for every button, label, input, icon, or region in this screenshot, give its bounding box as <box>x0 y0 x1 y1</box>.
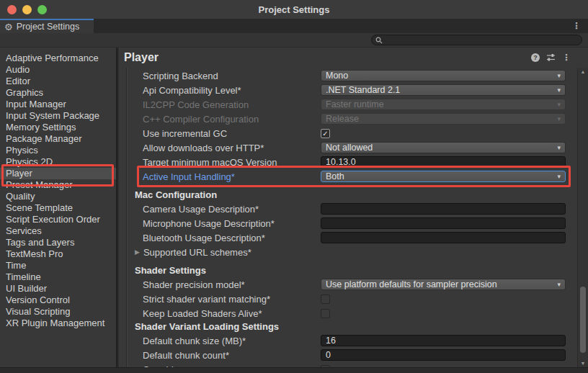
setting-value-target-minimum-macos-version: 10.13.0 <box>321 156 566 168</box>
chevron-down-icon: ▾ <box>557 115 561 122</box>
sidebar-item-graphics[interactable]: Graphics <box>0 87 116 99</box>
setting-label-override: Override <box>119 364 321 368</box>
setting-row-active-input-handling: Active Input Handling*Both▾ <box>119 169 577 184</box>
setting-row-default-chunk-size-mb: Default chunk size (MB)*16 <box>119 333 577 348</box>
presets-icon[interactable] <box>546 53 556 62</box>
search-input[interactable] <box>386 36 566 45</box>
panel-menu-icon[interactable]: ⋮ <box>562 53 571 63</box>
setting-row-api-compatibility-level: Api Compatibility Level*.NET Standard 2.… <box>119 83 577 97</box>
sidebar-item-version-control[interactable]: Version Control <box>0 295 116 306</box>
setting-row-use-incremental-gc: Use incremental GC✓ <box>119 126 577 140</box>
setting-row-strict-shader-variant-matching: Strict shader variant matching* <box>119 292 577 306</box>
text-field-camera-usage-description[interactable] <box>321 203 566 215</box>
dropdown-value: Use platform defaults for sampler precis… <box>326 279 497 289</box>
search-box[interactable] <box>371 35 582 45</box>
section-header-mac-configuration: Mac Configuration <box>119 189 577 202</box>
sidebar-item-physics[interactable]: Physics <box>0 145 116 156</box>
sidebar-item-memory-settings[interactable]: Memory Settings <box>0 122 116 133</box>
sidebar-item-adaptive-performance[interactable]: Adaptive Performance <box>0 53 116 64</box>
sidebar-item-script-execution-order[interactable]: Script Execution Order <box>0 214 116 225</box>
sidebar-item-xr-plugin-management[interactable]: XR Plugin Management <box>0 318 116 329</box>
sidebar-item-quality[interactable]: Quality <box>0 191 116 202</box>
dropdown-value: Not allowed <box>326 143 373 153</box>
setting-label-target-minimum-macos-version: Target minimum macOS Version <box>119 157 321 168</box>
dropdown-allow-downloads-over-http[interactable]: Not allowed▾ <box>321 142 566 153</box>
sidebar-item-time[interactable]: Time <box>0 260 116 271</box>
sidebar-item-services[interactable]: Services <box>0 225 116 237</box>
vertical-scrollbar[interactable]: ▲ ▼ <box>577 68 588 367</box>
checkbox-use-incremental-gc[interactable]: ✓ <box>321 129 330 138</box>
checkbox-keep-loaded-shaders-alive[interactable] <box>321 309 330 318</box>
text-field-bluetooth-usage-description[interactable] <box>321 232 566 243</box>
setting-value-api-compatibility-level: .NET Standard 2.1▾ <box>321 84 566 96</box>
sidebar-item-input-manager[interactable]: Input Manager <box>0 99 116 110</box>
sidebar-item-physics-2d[interactable]: Physics 2D <box>0 156 116 168</box>
window-title: Project Settings <box>0 4 588 15</box>
setting-row-keep-loaded-shaders-alive: Keep Loaded Shaders Alive* <box>119 306 577 320</box>
sidebar-item-package-manager[interactable]: Package Manager <box>0 133 116 145</box>
checkbox-strict-shader-variant-matching[interactable] <box>321 295 330 304</box>
sidebar-item-scene-template[interactable]: Scene Template <box>0 202 116 214</box>
chevron-down-icon: ▾ <box>557 144 561 151</box>
setting-label-supported-url-schemes[interactable]: ▶Supported URL schemes* <box>119 247 321 258</box>
window-title-bar: Project Settings <box>0 0 588 19</box>
dropdown-api-compatibility-level[interactable]: .NET Standard 2.1▾ <box>321 84 566 96</box>
dropdown-active-input-handling[interactable]: Both▾ <box>321 171 566 182</box>
setting-label-default-chunk-size-mb: Default chunk size (MB)* <box>119 336 321 346</box>
sidebar-item-input-system-package[interactable]: Input System Package <box>0 110 116 122</box>
help-icon[interactable]: ? <box>531 53 540 62</box>
setting-row-override: Override <box>119 362 577 367</box>
setting-value-keep-loaded-shaders-alive <box>321 309 566 318</box>
setting-label-bluetooth-usage-description: Bluetooth Usage Description* <box>119 233 321 243</box>
setting-value-default-chunk-count: 0 <box>321 349 566 361</box>
sidebar-item-preset-manager[interactable]: Preset Manager <box>0 179 116 191</box>
setting-value-default-chunk-size-mb: 16 <box>321 335 566 346</box>
text-field-default-chunk-count[interactable]: 0 <box>321 349 566 361</box>
sidebar-item-timeline[interactable]: Timeline <box>0 271 116 283</box>
foldout-arrow-icon[interactable]: ▶ <box>135 248 140 256</box>
setting-label-c-compiler-configuration: C++ Compiler Configuration <box>119 114 321 125</box>
dropdown-scripting-backend[interactable]: Mono▾ <box>321 70 566 81</box>
sidebar-item-textmesh-pro[interactable]: TextMesh Pro <box>0 248 116 260</box>
setting-label-scripting-backend: Scripting Backend <box>119 71 321 81</box>
chevron-down-icon: ▾ <box>557 281 561 288</box>
text-field-default-chunk-size-mb[interactable]: 16 <box>321 335 566 346</box>
checkbox-override[interactable] <box>321 365 330 368</box>
sidebar-item-visual-scripting[interactable]: Visual Scripting <box>0 306 116 318</box>
text-field-microphone-usage-description[interactable] <box>321 217 566 229</box>
scroll-up-icon[interactable]: ▲ <box>578 69 588 74</box>
setting-label-allow-downloads-over-http: Allow downloads over HTTP* <box>119 143 321 153</box>
dropdown-c-compiler-configuration: Release▾ <box>321 113 566 125</box>
setting-value-use-incremental-gc: ✓ <box>321 129 566 138</box>
setting-value-shader-precision-model: Use platform defaults for sampler precis… <box>321 279 566 290</box>
setting-row-scripting-backend: Scripting BackendMono▾ <box>119 68 577 83</box>
setting-label-il2cpp-code-generation: IL2CPP Code Generation <box>119 99 321 110</box>
scroll-down-icon[interactable]: ▼ <box>578 361 588 366</box>
toolbar <box>0 33 588 48</box>
scrollbar-thumb[interactable] <box>580 287 586 353</box>
tab-bar-menu-icon[interactable]: ⋮ <box>572 19 581 33</box>
setting-value-camera-usage-description <box>321 203 566 215</box>
setting-value-active-input-handling: Both▾ <box>321 171 566 182</box>
sidebar-item-tags-and-layers[interactable]: Tags and Layers <box>0 237 116 248</box>
sidebar-item-audio[interactable]: Audio <box>0 64 116 76</box>
settings-list: Scripting BackendMono▾Api Compatibility … <box>119 68 577 367</box>
setting-row-bluetooth-usage-description: Bluetooth Usage Description* <box>119 230 577 245</box>
sidebar-list: Adaptive PerformanceAudioEditorGraphicsI… <box>0 53 116 329</box>
setting-row-target-minimum-macos-version: Target minimum macOS Version10.13.0 <box>119 155 577 169</box>
sidebar-item-editor[interactable]: Editor <box>0 76 116 87</box>
sidebar-item-player[interactable]: Player <box>0 168 116 179</box>
setting-label-use-incremental-gc: Use incremental GC <box>119 128 321 139</box>
setting-label-strict-shader-variant-matching: Strict shader variant matching* <box>119 294 321 305</box>
tab-project-settings[interactable]: ⚙ Project Settings <box>0 19 94 33</box>
section-header-shader-settings: Shader Settings <box>119 264 577 277</box>
search-icon <box>375 37 383 44</box>
setting-row-shader-precision-model: Shader precision model*Use platform defa… <box>119 277 577 292</box>
text-field-target-minimum-macos-version[interactable]: 10.13.0 <box>321 156 566 168</box>
sidebar-item-ui-builder[interactable]: UI Builder <box>0 283 116 295</box>
player-settings-panel: Player ? ⋮ Scripting BackendMono▾Api Com… <box>119 48 588 367</box>
setting-label-microphone-usage-description: Microphone Usage Description* <box>119 218 321 229</box>
dropdown-shader-precision-model[interactable]: Use platform defaults for sampler precis… <box>321 279 566 290</box>
section-header-shader-variant-loading-settings: Shader Variant Loading Settings <box>119 320 577 333</box>
dropdown-value: .NET Standard 2.1 <box>326 85 400 95</box>
